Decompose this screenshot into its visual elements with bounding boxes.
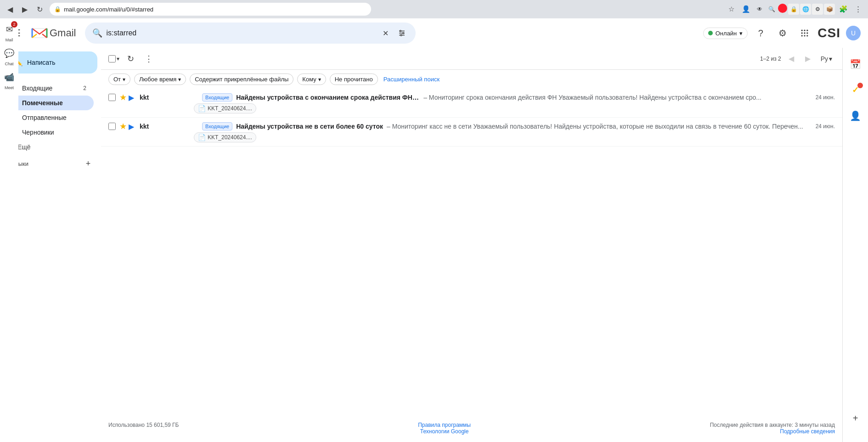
online-status[interactable]: Онлайн ▾: [703, 28, 748, 39]
mail-icon[interactable]: ✉ 2: [2, 22, 17, 37]
details-link[interactable]: Подробные сведения: [780, 428, 835, 435]
more-icon: ⋮: [145, 54, 153, 64]
tasks-button[interactable]: ✓: [846, 81, 865, 99]
meet-icon[interactable]: 📹: [2, 70, 17, 85]
program-rules-link[interactable]: Правила программы: [418, 422, 471, 428]
email-attachment-2: 📄 KKT_20240624....: [194, 132, 256, 142]
email-checkbox-2[interactable]: [108, 123, 116, 130]
email-forward-2: ▶: [129, 122, 134, 131]
filter-time[interactable]: Любое время ▾: [134, 74, 186, 85]
svg-point-8: [806, 30, 808, 31]
ext-opera-icon[interactable]: [778, 4, 787, 13]
attachment-chip-1[interactable]: 📄 KKT_20240624....: [194, 103, 256, 113]
left-nav-meet[interactable]: 📹 Meet: [2, 70, 17, 90]
email-content-2: Входящие Найдены устройства не в сети бо…: [202, 122, 808, 130]
pagination-info: 1–2 из 2: [760, 56, 781, 62]
left-nav-chat[interactable]: 💬 Chat: [2, 46, 17, 66]
sidebar-starred-label: Помеченные: [22, 99, 86, 107]
chrome-menu-button[interactable]: ⋮: [851, 3, 864, 16]
ext-search-icon[interactable]: 🔍: [766, 4, 777, 15]
ext-icon-3[interactable]: ⚙: [812, 4, 823, 15]
filter-unread-label: Не прочитано: [335, 76, 373, 83]
ext-eye-icon[interactable]: 👁: [754, 4, 765, 15]
advanced-search-link[interactable]: Расширенный поиск: [383, 76, 440, 83]
address-bar[interactable]: 🔒 mail.google.com/mail/u/0/#starred: [50, 3, 371, 16]
storage-info: Использовано 15 601,59 ГБ: [108, 422, 179, 428]
apps-grid-icon: [800, 28, 809, 38]
email-star-1[interactable]: ★: [119, 92, 127, 102]
attachment-chip-2[interactable]: 📄 KKT_20240624....: [194, 132, 256, 142]
labels-add-button[interactable]: +: [83, 158, 94, 169]
filter-from[interactable]: От ▾: [108, 74, 130, 85]
svg-point-4: [403, 33, 404, 34]
ext-icon-2[interactable]: 🌐: [800, 4, 811, 15]
gmail-header: ☰ Gmail 🔍 ✕: [0, 18, 868, 48]
lang-chevron-icon: ▾: [829, 55, 832, 62]
refresh-icon: ↻: [127, 54, 134, 64]
language-button[interactable]: Ру ▾: [818, 53, 835, 64]
email-list-container: ▾ ↻ ⋮ 1–2 из 2 ◀ ▶ Ру ▾: [101, 48, 842, 442]
filter-attachment[interactable]: Содержит прикреплённые файлы: [190, 74, 293, 85]
browser-actions: ☆ 👤 👁 🔍 🔒 🌐 ⚙ 📦 🧩 ⋮: [725, 3, 864, 16]
email-star-2[interactable]: ★: [119, 121, 127, 131]
account-avatar[interactable]: U: [846, 26, 861, 40]
left-nav: ✉ 2 Mail 💬 Chat 📹 Meet: [0, 18, 18, 442]
extensions-button[interactable]: 🧩: [837, 3, 850, 16]
gmail-body: ✏️ Написать ☰ Входящие 2 ★ Помеченные ▶ …: [0, 48, 868, 442]
email-date-1: 24 июн.: [816, 94, 835, 101]
search-options-button[interactable]: [395, 27, 408, 40]
refresh-button[interactable]: ↻: [123, 51, 138, 66]
tasks-badge: [857, 83, 863, 88]
filter-unread[interactable]: Не прочитано: [330, 74, 378, 85]
contacts-icon: 👤: [850, 110, 861, 121]
email-row[interactable]: ★ ▶ kkt Входящие Найдены устройства с ок…: [101, 89, 842, 118]
email-row[interactable]: ★ ▶ kkt Входящие Найдены устройства не в…: [101, 118, 842, 147]
google-tech-link[interactable]: Технологии Google: [420, 428, 469, 435]
email-tag-2: Входящие: [202, 122, 232, 130]
back-button[interactable]: ◀: [4, 3, 17, 16]
url-text: mail.google.com/mail/u/0/#starred: [64, 6, 153, 13]
online-label: Онлайн: [716, 30, 737, 37]
reload-button[interactable]: ↻: [33, 3, 46, 16]
calendar-button[interactable]: 📅: [846, 55, 865, 74]
left-nav-mail[interactable]: ✉ 2 Mail: [2, 22, 17, 42]
next-page-button[interactable]: ▶: [801, 52, 814, 65]
email-attachment-1: 📄 KKT_20240624....: [194, 103, 256, 113]
filter-to-chevron-icon: ▾: [318, 76, 321, 83]
forward-button[interactable]: ▶: [18, 3, 31, 16]
filter-to[interactable]: Кому ▾: [297, 74, 326, 85]
email-preview-1: – Мониторинг срока окончания действия ФН…: [423, 94, 761, 101]
email-content-1: Входящие Найдены устройства с окончанием…: [202, 93, 808, 102]
prev-page-button[interactable]: ◀: [785, 52, 798, 65]
search-input[interactable]: [106, 29, 375, 37]
sidebar-sent-label: Отправленные: [22, 114, 86, 121]
contacts-button[interactable]: 👤: [846, 107, 865, 125]
sidebar-more-label: Ещё: [17, 143, 31, 151]
search-clear-button[interactable]: ✕: [379, 27, 392, 40]
meet-label: Meet: [5, 85, 14, 90]
filter-time-chevron-icon: ▾: [178, 76, 181, 83]
search-bar: 🔍 ✕: [85, 23, 416, 44]
svg-point-5: [400, 34, 402, 36]
filter-bar: От ▾ Любое время ▾ Содержит прикреплённы…: [101, 70, 842, 89]
email-checkbox-1[interactable]: [108, 94, 116, 101]
add-widget-button[interactable]: +: [846, 409, 865, 427]
help-button[interactable]: ?: [751, 24, 770, 42]
select-all-checkbox[interactable]: [108, 55, 116, 62]
sidebar-drafts-label: Черновики: [22, 129, 86, 136]
compose-label: Написать: [27, 59, 55, 66]
filter-from-label: От: [113, 76, 121, 83]
email-forward-1: ▶: [129, 93, 134, 102]
profile-button[interactable]: 👤: [739, 3, 752, 16]
ext-icon-4[interactable]: 📦: [824, 4, 835, 15]
apps-button[interactable]: [795, 24, 814, 42]
more-actions-button[interactable]: ⋮: [141, 51, 156, 66]
ext-icon-1[interactable]: 🔒: [788, 4, 799, 15]
attachment-file-icon-2: 📄: [198, 134, 206, 141]
chat-icon[interactable]: 💬: [2, 46, 17, 61]
email-row-top-1: ★ ▶ kkt Входящие Найдены устройства с ок…: [108, 92, 835, 102]
bookmark-star-button[interactable]: ☆: [725, 3, 738, 16]
settings-button[interactable]: ⚙: [773, 24, 792, 42]
select-chevron-icon[interactable]: ▾: [117, 56, 119, 62]
app-container: ☰ Gmail 🔍 ✕: [0, 18, 868, 442]
